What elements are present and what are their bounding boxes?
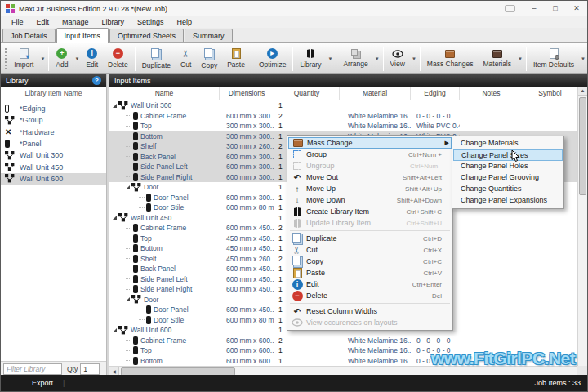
optimize-button[interactable]: ▶Optimize <box>254 45 292 73</box>
context-menu-item-paste[interactable]: PasteCtrl+V <box>288 267 452 278</box>
column-header-dimensions[interactable]: Dimensions <box>220 87 274 100</box>
toolbar-grip[interactable] <box>5 48 7 69</box>
menu-item-file[interactable]: File <box>5 16 30 28</box>
materials-button[interactable]: Materials <box>479 45 516 73</box>
scroll-up-icon[interactable]: ▲ <box>578 87 587 96</box>
expand-icon[interactable] <box>126 185 130 189</box>
mass-changes-button[interactable]: Mass Changes <box>422 45 479 73</box>
view-button[interactable]: View <box>385 45 410 73</box>
help-icon[interactable]: ? <box>92 76 101 85</box>
maximize-button[interactable]: □ <box>545 1 566 16</box>
table-row[interactable]: Cabinet Frame600 mm x 600...2White Melam… <box>109 336 577 346</box>
item-defaults-button[interactable]: Item Defaults <box>528 45 579 73</box>
context-menu-item-update-library-item[interactable]: Update Library ItemCtrl+Shift+U <box>288 217 452 229</box>
menu-item-library[interactable]: Library <box>96 16 131 28</box>
submenu-item-change-panel-expansions[interactable]: Change Panel Expansions <box>453 195 563 207</box>
dropdown-arrow-icon[interactable]: ▼ <box>581 56 586 61</box>
dropdown-arrow-icon[interactable]: ▼ <box>518 56 523 61</box>
library-button[interactable]: Library <box>295 45 326 73</box>
import-button[interactable]: ▾Import <box>9 45 38 73</box>
library-item--hardware[interactable]: ✕*Hardware <box>1 127 106 138</box>
context-menu-item-copy[interactable]: CopyCtrl+C <box>288 256 452 267</box>
table-row[interactable]: Wall Unit 3001 <box>109 100 577 111</box>
context-menu-item-move-out[interactable]: ↶Move OutShift+Alt+Left <box>288 172 452 183</box>
context-menu-item-group[interactable]: GroupCtrl+Num + <box>288 149 452 160</box>
expand-icon[interactable] <box>113 216 117 220</box>
dropdown-arrow-icon[interactable]: ▼ <box>375 56 380 61</box>
context-menu-item-delete[interactable]: −DeleteDel <box>288 290 452 301</box>
tab-input-items[interactable]: Input Items <box>56 28 109 43</box>
dropdown-arrow-icon[interactable]: ▼ <box>74 56 79 61</box>
submenu-item-change-panel-sizes[interactable]: Change Panel Sizes <box>453 149 563 161</box>
expand-icon[interactable] <box>126 297 130 301</box>
column-header-edging[interactable]: Edging <box>411 87 460 100</box>
library-item--group[interactable]: *Group <box>1 114 106 126</box>
paste-button[interactable]: Paste <box>222 45 250 73</box>
dropdown-arrow-icon[interactable]: ▼ <box>412 56 416 61</box>
menu-item-edit[interactable]: Edit <box>30 16 56 28</box>
vertical-scrollbar[interactable]: ▲ <box>577 87 587 366</box>
column-header-quantity[interactable]: Quantity <box>274 87 340 100</box>
context-menu-item-view-occurences-on-layouts[interactable]: View occurences on layouts <box>288 317 452 328</box>
context-menu-item-create-library-item[interactable]: Create Library ItemCtrl+Shift+C <box>288 206 452 217</box>
panel-icon <box>133 173 138 181</box>
column-header-name[interactable]: Name <box>109 87 220 100</box>
tree-connector <box>126 278 131 279</box>
menubar: FileEditManageLibrarySettingsHelp <box>1 16 587 28</box>
qty-input[interactable] <box>80 363 100 375</box>
context-menu-item-cut[interactable]: ✂CutCtrl+X <box>288 244 452 256</box>
column-header-material[interactable]: Material <box>340 87 411 100</box>
toolbar-button-label: Edit <box>86 60 98 69</box>
menu-item-settings[interactable]: Settings <box>131 16 171 28</box>
tree-connector <box>126 340 131 341</box>
expand-icon[interactable] <box>113 328 117 332</box>
context-menu-item-move-down[interactable]: ↓Move DownShift+Alt+Down <box>288 194 452 206</box>
table-row[interactable]: Cabinet Frame600 mm x 300...2White Melam… <box>109 111 577 122</box>
library-item-wall-unit-450[interactable]: Wall Unit 450 <box>1 161 106 172</box>
update-library-item-icon <box>292 218 303 229</box>
dropdown-arrow-icon[interactable]: ▼ <box>327 56 332 61</box>
expand-icon[interactable] <box>113 104 117 108</box>
context-menu-item-reset-column-widths[interactable]: ↶Reset Column Widths <box>288 305 452 317</box>
item-quantity: 2 <box>274 111 340 122</box>
library-item-wall-unit-300[interactable]: Wall Unit 300 <box>1 149 106 161</box>
paste-icon <box>293 268 302 278</box>
submenu-item-change-quantities[interactable]: Change Quantities <box>453 184 563 195</box>
arrange-button[interactable]: Arrange <box>338 45 372 73</box>
column-header-notes[interactable]: Notes <box>460 87 523 100</box>
context-menu-item-duplicate[interactable]: DuplicateCtrl+D <box>288 233 452 244</box>
duplicate-button[interactable]: Duplicate <box>137 45 176 73</box>
cut-button[interactable]: ✂Cut <box>176 45 196 73</box>
minimize-button[interactable]: – <box>523 1 545 16</box>
filter-library-input[interactable] <box>3 363 62 375</box>
submenu-item-change-panel-grooving[interactable]: Change Panel Grooving <box>453 172 563 184</box>
export-button[interactable]: Export <box>32 379 53 387</box>
tab-job-details[interactable]: Job Details <box>2 29 56 42</box>
menu-item-help[interactable]: Help <box>171 16 199 28</box>
table-row[interactable]: Top300 mm x 300...1White Melamine 16...W… <box>109 121 577 131</box>
add-button[interactable]: +Add <box>51 45 73 73</box>
context-menu-item-move-up[interactable]: ↑Move UpShift+Alt+Up <box>288 183 452 194</box>
tab-optimized-sheets[interactable]: Optimized Sheets <box>109 29 184 42</box>
library-item--edging[interactable]: *Edging <box>1 103 106 114</box>
context-menu-item-edit[interactable]: iEditCtrl+Enter <box>288 278 452 290</box>
library-column-header[interactable]: Library Item Name <box>1 87 106 100</box>
context-menu-item-ungroup[interactable]: UngroupCtrl+Num - <box>288 160 452 172</box>
close-button[interactable]: ✕ <box>566 1 587 16</box>
column-header-symbol[interactable]: Symbol <box>523 87 577 100</box>
context-menu-item-mass-change[interactable]: Mass Change▶ <box>288 137 452 149</box>
vertical-scroll-thumb[interactable] <box>579 97 586 195</box>
menu-item-manage[interactable]: Manage <box>56 16 96 28</box>
copy-button[interactable]: Copy <box>196 45 222 73</box>
hardware-icon: ✕ <box>5 127 16 136</box>
tab-summary[interactable]: Summary <box>185 29 233 42</box>
edit-button[interactable]: iEdit <box>81 45 103 73</box>
library-item-wall-unit-600[interactable]: Wall Unit 600 <box>1 173 106 185</box>
item-edging: 0 - 0 - 0 - 0 <box>411 336 460 346</box>
submenu-item-change-panel-holes[interactable]: Change Panel Holes <box>453 161 563 172</box>
library-item--panel[interactable]: *Panel <box>1 138 106 149</box>
delete-button[interactable]: −Delete <box>103 45 133 73</box>
submenu-item-change-materials[interactable]: Change Materials <box>453 138 563 149</box>
dropdown-arrow-icon[interactable]: ▼ <box>40 56 45 61</box>
item-dimensions: 600 mm x 300... <box>220 193 274 203</box>
